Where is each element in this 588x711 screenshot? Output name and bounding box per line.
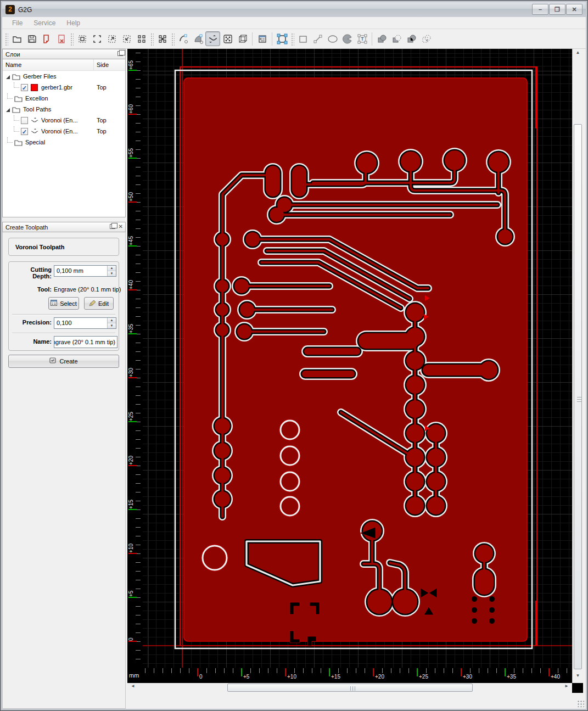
bool-xor-button[interactable]	[419, 31, 434, 46]
tile-view-alt-button[interactable]	[155, 31, 170, 46]
scroll-left-icon[interactable]: ◄	[128, 684, 137, 692]
toolbar-drag-handle[interactable]	[4, 32, 8, 46]
ruler-tick	[136, 272, 141, 273]
checkbox-checked[interactable]: ✓	[21, 84, 28, 91]
checkbox-checked[interactable]: ✓	[21, 128, 28, 135]
horizontal-scrollbar[interactable]: ◄ ►	[127, 683, 572, 693]
filled-arc-tool-button[interactable]	[191, 31, 205, 46]
ruler-tick	[136, 527, 141, 528]
tile-view-button[interactable]	[134, 31, 149, 46]
box-3d-tool-button[interactable]	[235, 31, 250, 46]
spray-dots-tool-button[interactable]	[220, 31, 235, 46]
tree-row-special[interactable]: Special	[3, 137, 125, 148]
close-panel-icon[interactable]: ✕	[119, 224, 123, 229]
bool-intersect-button[interactable]	[404, 31, 419, 46]
layers-panel-title: Слои	[5, 51, 20, 58]
scroll-down-icon[interactable]: ▼	[573, 673, 583, 682]
ruler-label: +20	[128, 441, 135, 465]
expander-icon[interactable]	[6, 108, 10, 112]
spin-down-icon[interactable]: ▼	[108, 271, 116, 276]
create-button[interactable]: Create	[8, 355, 119, 368]
close-button[interactable]: ✕	[566, 4, 583, 15]
tree-row-excellon[interactable]: Excellon	[3, 93, 125, 104]
ruler-tick	[338, 668, 339, 673]
tree-row-gerber-files[interactable]: Gerber Files	[3, 71, 125, 82]
tree-row-voronoi-1[interactable]: Voronoi (En... Top	[3, 115, 125, 126]
title-bar[interactable]: 2 G2G – ❐ ✕	[2, 2, 586, 17]
properties-form-button[interactable]	[255, 31, 270, 46]
horizontal-scrollbar-thumb[interactable]	[227, 684, 473, 692]
spin-down-icon[interactable]: ▼	[108, 323, 116, 328]
scroll-up-icon[interactable]: ▲	[573, 50, 583, 59]
ruler-tick	[514, 668, 514, 673]
spin-up-icon[interactable]: ▲	[108, 266, 116, 271]
toolbar-drag-handle[interactable]	[171, 32, 175, 46]
menu-file[interactable]: File	[7, 18, 28, 28]
zoom-fit-icon	[77, 34, 87, 44]
delete-document-button[interactable]	[54, 31, 69, 46]
spray-dots-icon	[223, 34, 233, 44]
cutting-depth-value[interactable]: 0,100 mm	[54, 266, 107, 276]
precision-spinner[interactable]: 0,100 ▲▼	[54, 317, 116, 329]
tree-header[interactable]: Name Side	[3, 59, 125, 71]
line-tool-button[interactable]	[310, 31, 325, 46]
arc-tool-button[interactable]	[176, 31, 191, 46]
open-folder-button[interactable]	[9, 31, 24, 46]
float-panel-icon[interactable]	[117, 51, 123, 56]
voronoi-tool-button[interactable]	[205, 31, 220, 46]
float-panel-icon[interactable]	[110, 224, 115, 229]
pcb-canvas[interactable]	[143, 49, 572, 668]
ellipse-tool-button[interactable]	[325, 31, 340, 46]
layers-panel-header[interactable]: Слои	[2, 49, 126, 59]
edit-tool-button[interactable]: Edit	[84, 297, 114, 310]
properties-form-icon	[257, 34, 267, 44]
name-input[interactable]: ngrave (20° 0.1 mm tip))	[54, 336, 117, 348]
vertical-scrollbar[interactable]: ▲ ▼	[572, 49, 583, 683]
toolbar-drag-handle[interactable]	[290, 32, 294, 46]
pcb-viewport[interactable]	[143, 49, 572, 668]
toolbar-drag-handle[interactable]	[150, 32, 154, 46]
tree-col-side[interactable]: Side	[94, 59, 109, 70]
text-tool-button[interactable]: T	[355, 31, 369, 46]
ruler-label: +35	[128, 309, 135, 333]
ruler-tick	[136, 88, 141, 88]
select-handles-button[interactable]	[275, 31, 289, 46]
zoom-fit-button[interactable]	[75, 31, 89, 46]
ruler-tick	[136, 281, 141, 282]
ruler-label: +30	[463, 674, 472, 680]
resize-grip[interactable]	[577, 700, 584, 707]
scroll-right-icon[interactable]: ►	[562, 684, 571, 692]
vertical-scrollbar-thumb[interactable]	[574, 124, 582, 669]
tree-row-tool-paths[interactable]: Tool Paths	[3, 104, 125, 115]
tree-col-name[interactable]: Name	[3, 59, 94, 70]
menu-help[interactable]: Help	[61, 18, 86, 28]
precision-value[interactable]: 0,100	[54, 318, 107, 328]
ruler-tick	[303, 668, 304, 673]
save-button[interactable]	[24, 31, 39, 46]
layer-color-swatch[interactable]	[31, 84, 38, 91]
create-toolpath-header[interactable]: Create Toolpath ✕	[2, 222, 126, 232]
tree-row-gerber1[interactable]: ✓ gerber1.gbr Top	[3, 82, 125, 93]
close-document-button[interactable]	[39, 31, 54, 46]
zoom-region-button[interactable]	[89, 31, 104, 46]
checkbox-unchecked[interactable]	[21, 117, 28, 124]
select-tool-button[interactable]: Select	[48, 297, 79, 310]
toolbar-drag-handle[interactable]	[70, 32, 74, 46]
maximize-button[interactable]: ❐	[549, 4, 565, 15]
bool-subtract-button[interactable]	[389, 31, 404, 46]
rect-tool-button[interactable]	[295, 31, 310, 46]
minimize-button[interactable]: –	[532, 4, 548, 15]
pie-tool-button[interactable]	[340, 31, 355, 46]
app-window: 2 G2G – ❐ ✕ File Service Help	[0, 0, 588, 711]
zoom-in-button[interactable]	[104, 31, 119, 46]
spin-up-icon[interactable]: ▲	[108, 318, 116, 323]
zoom-out-button[interactable]	[119, 31, 134, 46]
menu-service[interactable]: Service	[28, 18, 61, 28]
ruler-tick	[136, 123, 141, 124]
cutting-depth-spinner[interactable]: 0,100 mm ▲▼	[54, 265, 116, 277]
expander-icon[interactable]	[6, 75, 10, 79]
tree-row-voronoi-2[interactable]: ✓ Voronoi (En... Top	[3, 126, 125, 137]
bool-union-button[interactable]	[374, 31, 389, 46]
toolpath-settings-group: Cutting Depth: 0,100 mm ▲▼ Tool: Engrave…	[8, 261, 119, 351]
ruler-mark	[461, 668, 462, 676]
